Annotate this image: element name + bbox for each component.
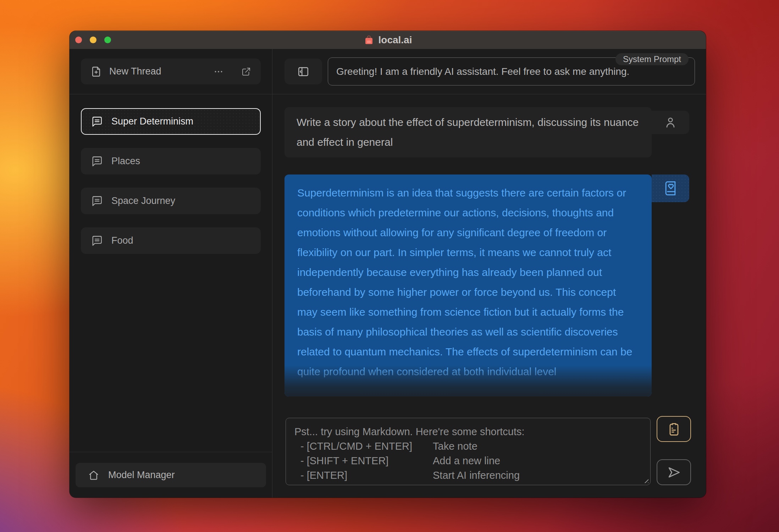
user-avatar-chip xyxy=(652,111,689,134)
thread-list: Super Determinism Places Space Journey xyxy=(70,94,272,452)
resize-handle[interactable] xyxy=(642,477,648,483)
open-external-icon[interactable] xyxy=(241,66,252,77)
user-message-bubble: Write a story about the effect of superd… xyxy=(284,107,652,157)
app-window: local.ai New Thread xyxy=(70,31,706,498)
composer: Pst... try using Markdown. Here're some … xyxy=(272,418,706,498)
shortcut-keys: - [ENTER] xyxy=(294,468,433,483)
take-note-button[interactable] xyxy=(657,416,691,442)
shortcut-action: Take note xyxy=(433,439,477,454)
close-button[interactable] xyxy=(75,37,82,43)
app-title: local.ai xyxy=(379,34,412,46)
send-icon xyxy=(666,465,682,480)
thread-item-food[interactable]: Food xyxy=(81,227,261,254)
thread-label: Space Journey xyxy=(111,195,175,206)
shortcut-row: - [CTRL/CMD + ENTER] Take note xyxy=(294,439,642,454)
ai-message-row: Superdeterminism is an idea that suggest… xyxy=(284,174,706,397)
thread-label: Places xyxy=(111,156,140,167)
composer-buttons xyxy=(657,416,691,485)
main-panel: Greeting! I am a friendly AI assistant. … xyxy=(272,49,706,498)
more-options-icon[interactable] xyxy=(212,66,225,78)
chat-area: Write a story about the effect of superd… xyxy=(272,94,706,418)
book-heart-icon xyxy=(663,181,678,196)
chat-bubble-icon xyxy=(91,155,103,167)
new-thread-button[interactable]: New Thread xyxy=(81,59,261,84)
home-icon xyxy=(88,469,100,481)
send-button[interactable] xyxy=(657,459,691,485)
sidebar-bottom: Model Manager xyxy=(70,452,272,498)
thread-item-space-journey[interactable]: Space Journey xyxy=(81,188,261,214)
shortcut-action: Start AI inferencing xyxy=(433,468,520,483)
main-header: Greeting! I am a friendly AI assistant. … xyxy=(272,49,706,94)
file-plus-icon xyxy=(90,66,102,78)
titlebar: local.ai xyxy=(70,31,706,49)
traffic-lights xyxy=(75,31,111,49)
person-icon xyxy=(663,115,678,129)
shortcut-row: - [ENTER] Start AI inferencing xyxy=(294,468,642,483)
sidebar-toggle-button[interactable] xyxy=(284,59,322,84)
model-manager-label: Model Manager xyxy=(108,470,175,481)
composer-input[interactable]: Pst... try using Markdown. Here're some … xyxy=(286,418,651,485)
new-thread-label: New Thread xyxy=(109,66,161,77)
thread-item-super-determinism[interactable]: Super Determinism xyxy=(81,108,261,135)
composer-placeholder-intro: Pst... try using Markdown. Here're some … xyxy=(294,425,642,439)
shortcut-keys: - [SHIFT + ENTER] xyxy=(294,454,433,468)
chat-bubble-icon xyxy=(91,235,103,247)
panel-left-icon xyxy=(297,65,310,78)
ai-note-chip[interactable] xyxy=(652,174,689,202)
shortcut-action: Add a new line xyxy=(433,454,500,468)
user-message-row: Write a story about the effect of superd… xyxy=(284,107,706,157)
shortcut-row: - [SHIFT + ENTER] Add a new line xyxy=(294,454,642,468)
thread-item-places[interactable]: Places xyxy=(81,148,261,174)
sidebar: New Thread xyxy=(70,49,272,498)
shortcut-keys: - [CTRL/CMD + ENTER] xyxy=(294,439,433,454)
model-manager-button[interactable]: Model Manager xyxy=(76,463,266,487)
system-prompt-value: Greeting! I am a friendly AI assistant. … xyxy=(336,66,629,77)
chat-bubble-icon xyxy=(91,195,103,207)
thread-label: Food xyxy=(111,235,133,246)
ai-message-bubble: Superdeterminism is an idea that suggest… xyxy=(284,174,652,397)
system-prompt-badge: System Prompt xyxy=(615,53,689,65)
sidebar-header: New Thread xyxy=(70,49,272,94)
backpack-icon xyxy=(364,35,374,45)
thread-label: Super Determinism xyxy=(111,116,193,127)
window-title: local.ai xyxy=(364,34,412,46)
clipboard-list-icon xyxy=(666,421,682,437)
zoom-button[interactable] xyxy=(104,37,111,43)
chat-bubble-icon xyxy=(91,116,103,128)
minimize-button[interactable] xyxy=(90,37,96,43)
